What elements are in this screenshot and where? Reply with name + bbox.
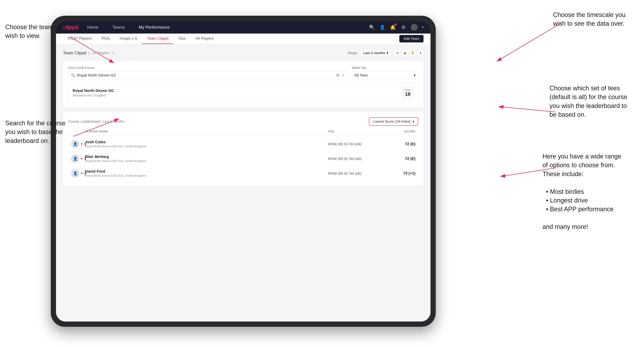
nav-teams[interactable]: Teams	[112, 25, 125, 30]
tab-pga[interactable]: PGA	[97, 33, 114, 44]
tablet-screen: clippd Home Teams My Performance 🔍 👤 🔔 ⚙…	[56, 21, 430, 322]
add-team-button[interactable]: Add Team	[399, 35, 424, 42]
team-header: Team Clippd | 14 Players ✏ Show: Last 3 …	[63, 49, 424, 57]
search-star-icon[interactable]: ★	[342, 73, 345, 78]
show-label: Show:	[348, 51, 358, 55]
show-controls: Show: Last 3 months ▾ ⊞ ▦ 🏆 ⬇	[348, 49, 424, 57]
nav-icons: 🔍 👤 🔔 ⚙ ▾	[369, 24, 424, 31]
player-score-3: 73 (+1)	[380, 171, 416, 176]
player-avatar-3: 👤	[71, 169, 80, 177]
player-name-1: Josh Coles	[85, 140, 146, 144]
view-icons: ⊞ ▦ 🏆 ⬇	[394, 50, 424, 56]
player-heart-2[interactable]: ♥	[81, 157, 83, 161]
notification-badge	[394, 23, 397, 26]
player-score-2: 72 (E)	[380, 156, 416, 161]
leaderboard-header: Course Leaderboard, Last 3 months Lowest…	[68, 117, 418, 126]
trophy-icon[interactable]: 🏆	[410, 50, 416, 56]
player-club-1: Royal North Devon Golf Club, United King…	[85, 145, 146, 148]
tab-team-clippd[interactable]: Team Clippd	[142, 33, 173, 44]
course-search-input-wrap: 🔍 ✕ ★	[68, 71, 348, 79]
card-view-icon[interactable]: ▦	[402, 50, 408, 56]
course-result-info: Royal North Devon GC Westward Ho!, Engla…	[72, 88, 114, 97]
player-info-1: Josh Coles Royal North Devon Golf Club, …	[85, 140, 328, 148]
edit-team-icon[interactable]: ✏	[112, 51, 115, 55]
search-magnifier-icon: 🔍	[71, 73, 75, 77]
search-icon[interactable]: 🔍	[369, 24, 375, 30]
tab-tour[interactable]: Tour	[173, 33, 190, 44]
player-tee-3: White (M) (6,744 yds)	[328, 172, 380, 175]
player-count-text: 14 Players	[92, 51, 110, 55]
leaderboard-sort-dropdown[interactable]: Lowest Score (18 holes) ▾	[369, 117, 418, 126]
search-clear-icon[interactable]: ✕	[336, 73, 340, 77]
player-club-3: Royal North Devon Golf Club, United King…	[85, 174, 146, 177]
nav-links: Home Teams My Performance	[87, 25, 369, 30]
player-tee-2: White (M) (6,744 yds)	[328, 157, 380, 161]
sort-chevron: ▾	[413, 119, 414, 124]
avatar[interactable]	[411, 24, 418, 31]
settings-icon[interactable]: ⚙	[400, 24, 406, 30]
nav-home[interactable]: Home	[87, 25, 98, 30]
course-search-group: Find a Golf Course 🔍 ✕ ★	[68, 66, 348, 79]
course-search-input[interactable]	[77, 73, 334, 78]
player-score-1: 72 (E)	[380, 142, 416, 146]
annotation-tee-right: Choose which set of tees (default is all…	[550, 84, 640, 119]
player-info-2: Blair McHarg Royal North Devon Golf Club…	[85, 155, 328, 163]
grid-view-icon[interactable]: ⊞	[394, 50, 400, 56]
player-name-wrap-1: Josh Coles Royal North Devon Golf Club, …	[85, 140, 146, 148]
find-course-label: Find a Golf Course	[68, 66, 348, 70]
annotation-top-right: Choose the timescale you wish to see the…	[553, 10, 640, 28]
show-value: Last 3 months	[363, 51, 385, 55]
leaderboard-card: Course Leaderboard, Last 3 months Lowest…	[63, 112, 424, 186]
player-avatar-2: 👤	[71, 155, 80, 163]
bell-icon[interactable]: 🔔	[390, 24, 396, 30]
table-row[interactable]: 👤 ♥ 1 Blair McHarg Royal North Devon Gol…	[68, 152, 418, 166]
search-card: Find a Golf Course 🔍 ✕ ★ Select Tee All …	[63, 61, 424, 108]
player-heart-3[interactable]: ♥	[81, 172, 83, 175]
holes-label: Holes	[404, 89, 411, 91]
course-location: Westward Ho!, England	[72, 94, 114, 97]
annotation-top-left: Choose the team you wish to view.	[5, 23, 72, 40]
course-name: Royal North Devon GC	[72, 88, 114, 93]
download-icon[interactable]: ⬇	[417, 50, 424, 56]
annotation-bot-right: Here you have a wide range of options to…	[542, 152, 640, 231]
player-count: |	[88, 51, 90, 55]
player-info-3: David Ford Royal North Devon Golf Club, …	[85, 169, 328, 177]
user-icon[interactable]: 👤	[379, 24, 386, 30]
sort-value: Lowest Score (18 holes)	[373, 120, 410, 124]
holes-badge: Holes 18	[402, 87, 414, 99]
col-header-tee: TEE	[328, 130, 380, 133]
tee-chevron: ▾	[414, 73, 416, 78]
player-tee-1: White (M) (6,744 yds)	[328, 142, 380, 146]
tee-group: Select Tee All Tees ▾	[352, 66, 418, 79]
col-header-player: PLAYER NAME	[85, 130, 328, 133]
player-name-wrap-3: David Ford Royal North Devon Golf Club, …	[85, 169, 146, 177]
player-club-2: Royal North Devon Golf Club, United King…	[85, 159, 146, 163]
sub-nav: PGAT Players PGA Hcaps 1-5 Team Clippd T…	[56, 33, 430, 44]
search-row: Find a Golf Course 🔍 ✕ ★ Select Tee All …	[68, 66, 418, 79]
annotation-mid-left: Search for the course you wish to base t…	[5, 119, 79, 145]
table-header: PLAYER NAME TEE SCORE	[68, 130, 418, 136]
table-row[interactable]: 👤 ♥ 3 David Ford Royal North Devon Golf …	[68, 166, 418, 180]
main-content: Team Clippd | 14 Players ✏ Show: Last 3 …	[56, 44, 430, 322]
tab-all-players[interactable]: All Players	[190, 33, 218, 44]
player-name-3: David Ford	[85, 169, 146, 174]
tee-dropdown[interactable]: All Tees ▾	[352, 71, 418, 79]
player-heart-1[interactable]: ♥	[81, 142, 83, 146]
avatar-chevron[interactable]: ▾	[422, 25, 424, 29]
sub-nav-tabs: PGAT Players PGA Hcaps 1-5 Team Clippd T…	[63, 33, 399, 44]
nav-my-performance[interactable]: My Performance	[139, 25, 170, 30]
course-result[interactable]: Royal North Devon GC Westward Ho!, Engla…	[68, 83, 418, 103]
dropdown-chevron: ▾	[386, 51, 388, 55]
select-tee-label: Select Tee	[352, 66, 418, 70]
table-row[interactable]: 👤 ♥ 1 Josh Coles Royal North Devon Golf …	[68, 137, 418, 151]
player-name-2: Blair McHarg	[85, 155, 146, 159]
tee-value: All Tees	[354, 73, 368, 78]
show-dropdown[interactable]: Last 3 months ▾	[360, 49, 391, 57]
holes-number: 18	[404, 91, 411, 97]
team-name-label: Team Clippd	[63, 50, 86, 55]
player-name-wrap-2: Blair McHarg Royal North Devon Golf Club…	[85, 155, 146, 163]
tab-hcaps[interactable]: Hcaps 1-5	[115, 33, 142, 44]
svg-line-5	[499, 107, 555, 112]
leaderboard-table: PLAYER NAME TEE SCORE 👤 ♥ 1 J	[68, 130, 418, 180]
team-title: Team Clippd | 14 Players ✏	[63, 50, 115, 55]
